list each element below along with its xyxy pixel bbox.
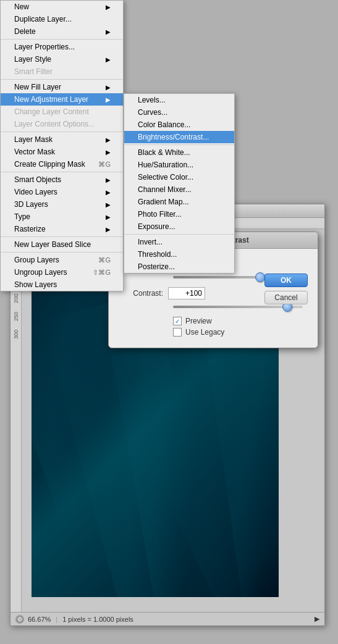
submenu-arrow: ▶ — [106, 84, 111, 91]
submenu-arrow: ▶ — [106, 4, 111, 10]
submenu-item-photo-filter[interactable]: Photo Filter... — [124, 208, 234, 220]
submenu-arrow: ▶ — [106, 149, 111, 156]
submenu-arrow: ▶ — [106, 136, 111, 143]
submenu-item-invert[interactable]: Invert... — [124, 236, 234, 248]
submenu-arrow: ▶ — [106, 56, 111, 63]
menu-item-video-layers[interactable]: Video Layers ▶ — [1, 186, 123, 198]
adjustment-layer-submenu: Levels... Curves... Color Balance... Bri… — [124, 93, 235, 274]
submenu-item-channel-mixer[interactable]: Channel Mixer... — [124, 183, 234, 196]
menu-item-type[interactable]: Type ▶ — [1, 211, 123, 223]
submenu-arrow: ▶ — [106, 96, 111, 103]
menu-item-show-layers[interactable]: Show Layers — [1, 278, 123, 291]
dialog-buttons: OK Cancel — [264, 274, 308, 304]
submenu-item-curves[interactable]: Curves... — [124, 106, 234, 119]
menu-separator — [1, 172, 123, 172]
submenu-arrow: ▶ — [106, 226, 111, 233]
menu-item-delete[interactable]: Delete ▶ — [1, 25, 123, 38]
cancel-button[interactable]: Cancel — [264, 291, 308, 304]
menu-item-layer-mask[interactable]: Layer Mask ▶ — [1, 133, 123, 146]
submenu-separator — [124, 234, 234, 235]
preview-label: Preview — [185, 317, 212, 325]
menu-separator — [1, 236, 123, 237]
preview-checkbox[interactable]: ✓ — [173, 317, 182, 325]
menu-item-group-layers[interactable]: Group Layers ⌘G — [1, 254, 123, 266]
menu-item-smart-objects[interactable]: Smart Objects ▶ — [1, 174, 123, 186]
menu-item-new-adjustment-layer[interactable]: New Adjustment Layer ▶ Levels... Curves.… — [1, 93, 123, 106]
menu-item-rasterize[interactable]: Rasterize ▶ — [1, 223, 123, 235]
submenu-item-gradient-map[interactable]: Gradient Map... — [124, 196, 234, 208]
submenu-item-black-white[interactable]: Black & White... — [124, 146, 234, 159]
menu-item-3d-layers[interactable]: 3D Layers ▶ — [1, 198, 123, 211]
menu-separator — [1, 39, 123, 40]
menu-item-change-layer-content: Change Layer Content — [1, 106, 123, 118]
menu-item-new-fill-layer[interactable]: New Fill Layer ▶ — [1, 81, 123, 93]
menu-item-create-clipping-mask[interactable]: Create Clipping Mask ⌘G — [1, 158, 123, 170]
menu-item-layer-properties[interactable]: Layer Properties... — [1, 41, 123, 53]
status-info: 1 pixels = 1.0000 pixels — [62, 616, 133, 623]
zoom-level: 66.67% — [28, 616, 51, 623]
menu-item-duplicate[interactable]: Duplicate Layer... — [1, 13, 123, 25]
menu-item-new[interactable]: New ▶ — [1, 1, 123, 13]
status-icon: ⚙ — [15, 615, 24, 624]
use-legacy-checkbox[interactable] — [173, 328, 182, 337]
menu-separator — [1, 79, 123, 80]
submenu-item-threshold[interactable]: Threshold... — [124, 248, 234, 261]
submenu-arrow: ▶ — [106, 201, 111, 208]
use-legacy-label: Use Legacy — [185, 328, 224, 337]
menu-item-vector-mask[interactable]: Vector Mask ▶ — [1, 146, 123, 158]
dialog-checkboxes: ✓ Preview Use Legacy — [173, 317, 308, 337]
submenu-item-selective-color[interactable]: Selective Color... — [124, 171, 234, 183]
preview-row: ✓ Preview — [173, 317, 308, 325]
status-bar: ⚙ 66.67% | 1 pixels = 1.0000 pixels ▶ — [11, 612, 324, 625]
menu-item-smart-filter: Smart Filter — [1, 65, 123, 78]
submenu-item-posterize[interactable]: Posterize... — [124, 261, 234, 273]
submenu-item-brightness-contrast[interactable]: Brightness/Contrast... — [124, 131, 234, 143]
submenu-item-levels[interactable]: Levels... — [124, 94, 234, 106]
menu-separator — [1, 132, 123, 132]
submenu-arrow: ▶ — [106, 189, 111, 196]
menu-item-new-layer-based-slice[interactable]: New Layer Based Slice — [1, 238, 123, 251]
menu-item-ungroup-layers[interactable]: Ungroup Layers ⇧⌘G — [1, 266, 123, 278]
contrast-slider-row — [173, 306, 308, 308]
menu-item-layer-style[interactable]: Layer Style ▶ — [1, 53, 123, 65]
submenu-arrow: ▶ — [106, 28, 111, 35]
submenu-item-exposure[interactable]: Exposure... — [124, 220, 234, 233]
brightness-slider-thumb[interactable] — [255, 272, 265, 282]
menu-separator — [1, 252, 123, 253]
contrast-slider-track[interactable] — [173, 306, 303, 308]
contrast-input[interactable]: +100 — [168, 287, 205, 299]
submenu-separator — [124, 144, 234, 145]
ok-button[interactable]: OK — [264, 274, 308, 287]
submenu-item-color-balance[interactable]: Color Balance... — [124, 119, 234, 131]
contrast-label: Contrast: — [119, 289, 168, 298]
scroll-right-arrow[interactable]: ▶ — [315, 615, 319, 623]
layer-menu: New ▶ Duplicate Layer... Delete ▶ Layer … — [0, 0, 124, 291]
submenu-item-hue-saturation[interactable]: Hue/Saturation... — [124, 159, 234, 171]
submenu-arrow: ▶ — [106, 177, 111, 183]
use-legacy-row: Use Legacy — [173, 328, 308, 337]
menu-item-layer-content-options: Layer Content Options... — [1, 118, 123, 130]
submenu-arrow: ▶ — [106, 214, 111, 220]
